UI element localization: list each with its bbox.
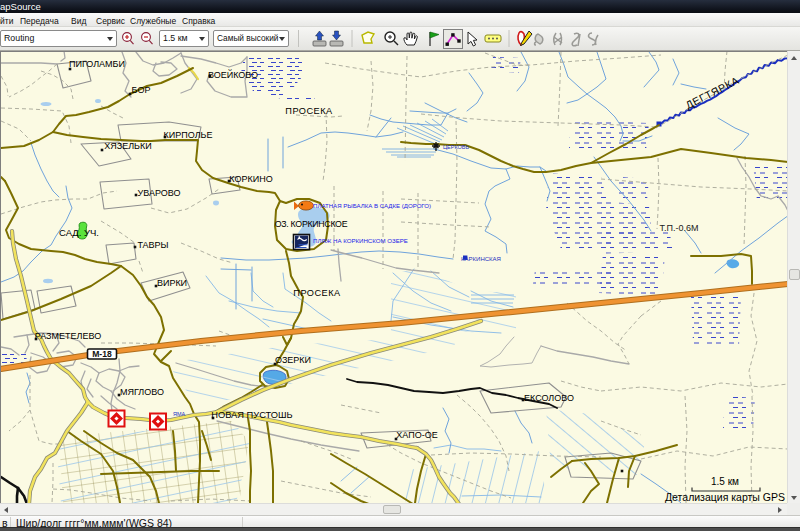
svg-text:1.5 км: 1.5 км — [711, 476, 739, 487]
svg-text:ХЯЗЕЛЬКИ: ХЯЗЕЛЬКИ — [104, 141, 151, 151]
svg-text:ПЛЯЖ НА КОРКИНСКОМ ОЗЕРЕ: ПЛЯЖ НА КОРКИНСКОМ ОЗЕРЕ — [313, 237, 408, 244]
svg-text:ПРОСЕКА: ПРОСЕКА — [285, 106, 333, 116]
svg-text:УВАРОВО: УВАРОВО — [138, 188, 181, 198]
svg-text:ПИГОЛАМБИ: ПИГОЛАМБИ — [69, 59, 125, 69]
svg-text:ЯМА: ЯМА — [173, 411, 186, 417]
svg-text:САД. УЧ.: САД. УЧ. — [59, 227, 99, 238]
svg-text:ВИРКИ: ВИРКИ — [157, 278, 187, 288]
svg-text:ВОЕЙКОВО: ВОЕЙКОВО — [208, 69, 258, 80]
svg-text:НОВАЯ ПУСТОШЬ: НОВАЯ ПУСТОШЬ — [211, 410, 292, 420]
svg-text:МЯГЛОВО: МЯГЛОВО — [120, 387, 164, 397]
svg-text:ПРОСЕКА: ПРОСЕКА — [293, 288, 341, 298]
svg-text:ТАВРЫ: ТАВРЫ — [137, 240, 168, 250]
svg-text:КАРКИНСКАЯ: КАРКИНСКАЯ — [461, 256, 501, 262]
svg-text:ЦЕРКОВЬ: ЦЕРКОВЬ — [443, 144, 469, 150]
svg-text:М-18: М-18 — [92, 349, 112, 359]
svg-text:Т.П.-0.6М: Т.П.-0.6М — [660, 223, 699, 233]
svg-text:ОЗЕРКИ: ОЗЕРКИ — [275, 355, 311, 365]
svg-text:ХАПО-ОЕ: ХАПО-ОЕ — [396, 430, 437, 440]
svg-text:КИРПОЛЬЕ: КИРПОЛЬЕ — [164, 130, 213, 140]
svg-text:ЕКСОЛОВО: ЕКСОЛОВО — [524, 393, 574, 403]
svg-text:Детализация карты GPS: Детализация карты GPS — [665, 491, 785, 503]
svg-text:КОРКИНО: КОРКИНО — [229, 174, 272, 184]
svg-text:ПЛАТНАЯ РЫБАЛКА В САДКЕ (ДОРОГ: ПЛАТНАЯ РЫБАЛКА В САДКЕ (ДОРОГО) — [313, 202, 431, 209]
svg-text:БОР: БОР — [132, 85, 151, 95]
svg-text:ОЗ. КОРКИНСКОЕ: ОЗ. КОРКИНСКОЕ — [275, 219, 348, 229]
svg-text:РАЗМЕТЕЛЕВО: РАЗМЕТЕЛЕВО — [35, 331, 101, 341]
